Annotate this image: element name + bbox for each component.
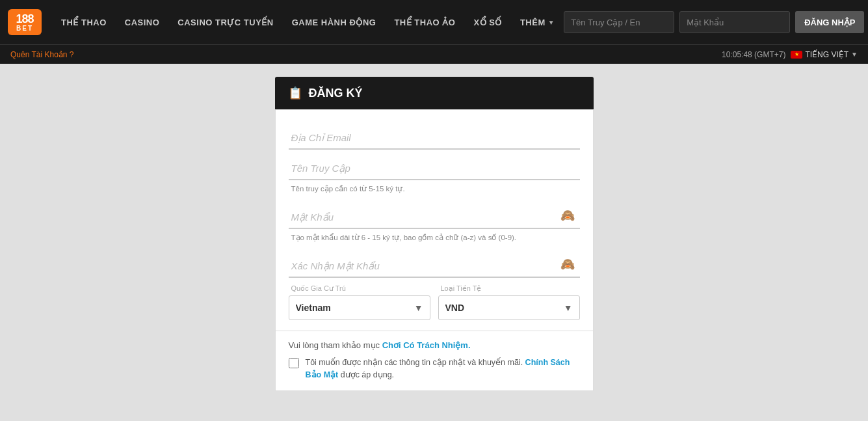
currency-select[interactable]: VND USD EUR [439, 296, 579, 319]
country-dropdown-field: Quốc Gia Cư Trú Vietnam USA UK Australia… [289, 284, 430, 320]
currency-dropdown-field: Loại Tiền Tệ VND USD EUR ▼ [438, 284, 580, 320]
confirm-password-toggle-eye-icon[interactable]: 🙈 [560, 257, 575, 271]
sub-header-left: Quên Tài Khoản ? [10, 50, 722, 59]
email-input[interactable] [289, 123, 580, 148]
password-toggle-eye-icon[interactable]: 🙈 [560, 208, 575, 223]
language-label: TIẾNG VIỆT [805, 50, 848, 59]
username-input[interactable] [289, 154, 580, 179]
username-input-wrapper [289, 154, 580, 180]
bottom-section: Vui lòng tham khảo mục Chơi Có Trách Nhi… [275, 331, 594, 391]
responsible-text-before: Vui lòng tham khảo mục [289, 340, 382, 350]
confirm-password-input-wrapper: 🙈 [289, 251, 580, 278]
language-chevron-icon: ▼ [851, 51, 858, 58]
main-nav: THỂ THAO CASINO CASINO TRỰC TUYẾN GAME H… [52, 0, 564, 44]
register-panel: 📋 ĐĂNG KÝ Tên truy cập cần có từ 5-15 ký… [275, 77, 594, 408]
password-hint: Tạo mật khẩu dài từ 6 - 15 ký tự, bao gồ… [289, 232, 580, 247]
password-input-wrapper: 🙈 [289, 202, 580, 229]
logo-bet-text: BET [16, 25, 33, 32]
username-hint: Tên truy cập cần có từ 5-15 ký tự. [289, 183, 580, 198]
confirm-password-input[interactable] [289, 251, 580, 277]
logo-188-text: 188 [16, 13, 33, 25]
header-password-input[interactable] [679, 11, 790, 33]
newsletter-checkbox-row: Tôi muốn được nhận các thông tin cập nhậ… [289, 357, 580, 381]
email-input-wrapper [289, 123, 580, 150]
password-input[interactable] [289, 202, 580, 228]
confirm-password-field-wrapper: 🙈 [289, 251, 580, 278]
currency-label: Loại Tiền Tệ [438, 284, 580, 293]
logo-box: 188 BET [8, 9, 42, 35]
logo[interactable]: 188 BET [8, 9, 42, 35]
nav-item-casino[interactable]: CASINO [116, 0, 169, 44]
nav-item-casino-truc-tuyen[interactable]: CASINO TRỰC TUYẾN [168, 0, 282, 44]
register-body: Tên truy cập cần có từ 5-15 ký tự. 🙈 Tạo… [275, 109, 594, 331]
newsletter-label: Tôi muốn được nhận các thông tin cập nhậ… [306, 357, 580, 381]
dropdowns-row: Quốc Gia Cư Trú Vietnam USA UK Australia… [289, 284, 580, 320]
register-header: 📋 ĐĂNG KÝ [275, 77, 594, 109]
responsible-text: Vui lòng tham khảo mục Chơi Có Trách Nhi… [289, 340, 580, 350]
them-chevron-icon: ▼ [548, 19, 555, 26]
email-field-wrapper [289, 123, 580, 150]
nav-item-the-thao-ao[interactable]: THỂ THAO ẢO [385, 0, 464, 44]
username-field-wrapper: Tên truy cập cần có từ 5-15 ký tự. [289, 154, 580, 198]
viet-flag-icon: ★ [791, 51, 802, 59]
responsible-gaming-link[interactable]: Chơi Có Trách Nhiệm. [382, 340, 471, 350]
sub-header-right: 10:05:48 (GMT+7) ★ TIẾNG VIỆT ▼ [722, 50, 858, 59]
main-content: 📋 ĐĂNG KÝ Tên truy cập cần có từ 5-15 ký… [0, 64, 868, 421]
newsletter-text-before: Tôi muốn được nhận các thông tin cập nhậ… [306, 358, 525, 367]
country-select[interactable]: Vietnam USA UK Australia [289, 296, 430, 319]
nav-item-game-hanh-dong[interactable]: GAME HÀNH ĐỘNG [283, 0, 386, 44]
forgot-account-link[interactable]: Quên Tài Khoản ? [10, 50, 74, 59]
currency-select-wrapper: VND USD EUR ▼ [438, 295, 580, 320]
header-username-input[interactable] [564, 11, 674, 33]
nav-item-xo-so[interactable]: XỔ SỐ [464, 0, 510, 44]
time-display: 10:05:48 (GMT+7) [722, 50, 785, 59]
header: 188 BET THỂ THAO CASINO CASINO TRỰC TUYẾ… [0, 0, 868, 44]
nav-item-them[interactable]: THÊM ▼ [511, 0, 564, 44]
newsletter-checkbox[interactable] [289, 358, 299, 368]
newsletter-text-after: được áp dụng. [338, 370, 394, 379]
country-label: Quốc Gia Cư Trú [289, 284, 430, 293]
country-select-wrapper: Vietnam USA UK Australia ▼ [289, 295, 430, 320]
password-field-wrapper: 🙈 Tạo mật khẩu dài từ 6 - 15 ký tự, bao … [289, 202, 580, 247]
login-button[interactable]: ĐĂNG NHẬP [795, 11, 864, 33]
nav-item-the-thao[interactable]: THỂ THAO [52, 0, 116, 44]
register-form-icon: 📋 [288, 86, 302, 100]
header-right: ĐĂNG NHẬP ĐĂNG KÝ [564, 11, 868, 33]
sub-header: Quên Tài Khoản ? 10:05:48 (GMT+7) ★ TIẾN… [0, 44, 868, 64]
register-title: ĐĂNG KÝ [309, 87, 363, 100]
language-selector[interactable]: ★ TIẾNG VIỆT ▼ [791, 50, 858, 59]
